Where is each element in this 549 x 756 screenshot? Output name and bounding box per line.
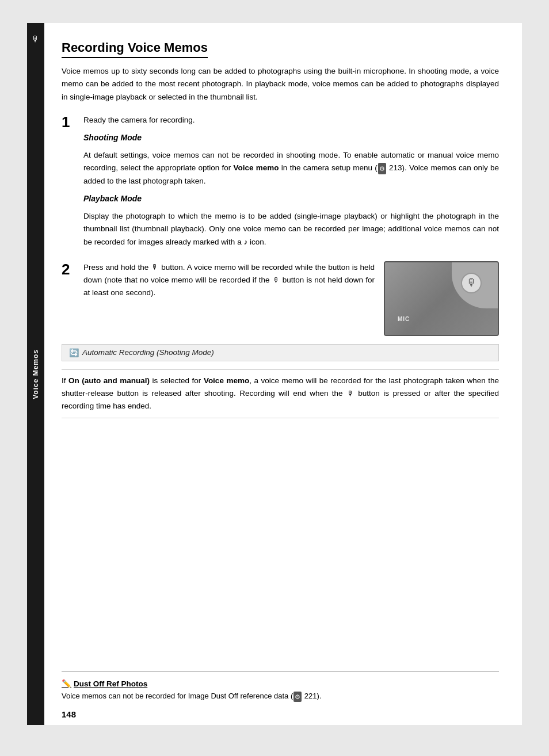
- mic-label: MIC: [398, 315, 410, 324]
- step-2: 2 Press and hold the 🎙 button. A voice m…: [62, 261, 499, 336]
- auto-recording-icon: 🔄: [69, 348, 79, 357]
- step-1: 1 Ready the camera for recording. Shooti…: [62, 114, 499, 253]
- shooting-mode-text: At default settings, voice memos can not…: [83, 149, 499, 188]
- setup-icon: ⚙: [378, 163, 386, 174]
- step-2-layout: Press and hold the 🎙 button. A voice mem…: [83, 261, 499, 336]
- camera-image: 🎙 MIC: [384, 261, 499, 336]
- footer-link-text: Dust Off Ref Photos: [74, 679, 147, 688]
- step-1-number: 1: [62, 114, 79, 253]
- camera-body: 🎙 MIC: [385, 262, 498, 335]
- sidebar-label: Voice Memos: [32, 349, 40, 399]
- mic-inline-icon-3: 🎙: [347, 388, 354, 400]
- page: 🎙 Voice Memos Recording Voice Memos Voic…: [27, 23, 522, 725]
- camera-mic-icon: 🎙: [466, 274, 476, 292]
- step-2-number: 2: [62, 261, 79, 336]
- mic-inline-icon: 🎙: [151, 262, 158, 273]
- auto-recording-label: Automatic Recording (Shooting Mode): [82, 348, 214, 357]
- auto-recording-desc: If On (auto and manual) is selected for …: [62, 369, 499, 418]
- main-content: Recording Voice Memos Voice memos up to …: [44, 23, 522, 725]
- footer-note: Voice memos can not be recorded for Imag…: [62, 690, 499, 702]
- sidebar: 🎙 Voice Memos: [27, 23, 44, 725]
- playback-mode-heading: Playback Mode: [83, 192, 499, 205]
- mic-inline-icon-2: 🎙: [273, 275, 280, 287]
- microphone-sidebar-icon: 🎙: [32, 35, 40, 44]
- step-1-content: Ready the camera for recording. Shooting…: [83, 114, 499, 253]
- step-2-content: Press and hold the 🎙 button. A voice mem…: [83, 261, 499, 336]
- footer-section: ✏️ Dust Off Ref Photos Voice memos can n…: [62, 671, 499, 702]
- shooting-mode-heading: Shooting Mode: [83, 131, 499, 144]
- page-title: Recording Voice Memos: [62, 40, 208, 58]
- footer-icon: ✏️: [62, 679, 71, 688]
- intro-paragraph: Voice memos up to sixty seconds long can…: [62, 65, 499, 104]
- step-2-text: Press and hold the 🎙 button. A voice mem…: [83, 261, 375, 300]
- playback-mode-text: Display the photograph to which the memo…: [83, 210, 499, 249]
- auto-recording-box: 🔄 Automatic Recording (Shooting Mode): [62, 344, 499, 361]
- camera-mic-button: 🎙: [461, 273, 482, 293]
- page-number: 148: [62, 709, 76, 719]
- footer-setup-icon: ⚙: [293, 692, 302, 702]
- footer-link: ✏️ Dust Off Ref Photos: [62, 679, 499, 688]
- step-1-text: Ready the camera for recording.: [83, 114, 499, 127]
